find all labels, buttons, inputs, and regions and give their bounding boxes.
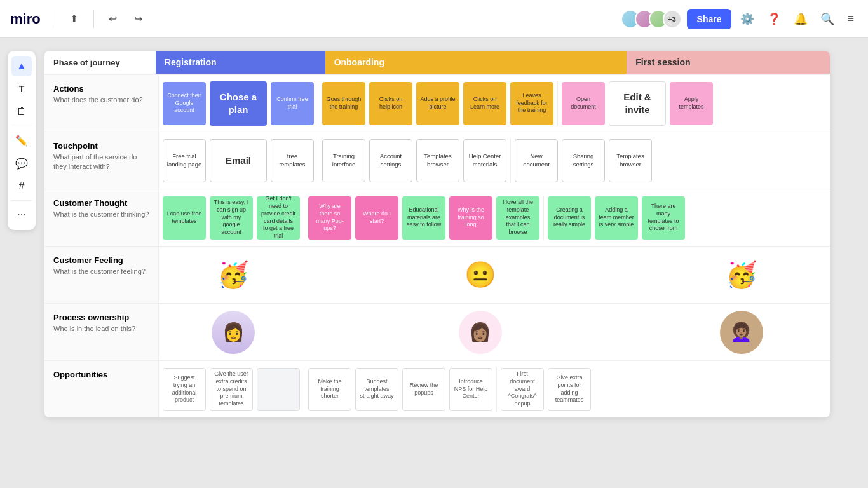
tp-sharing-settings[interactable]: Sharing settings [562, 139, 605, 182]
pen-tool[interactable]: ✏️ [11, 130, 32, 151]
customer-feeling-desc: What is the customer feeling? [53, 267, 149, 276]
undo-button[interactable]: ↩ [103, 9, 123, 29]
registration-phase-header: Registration [156, 51, 325, 74]
owner-fs-avatar: 👩🏽‍🦱 [720, 311, 763, 354]
action-clicks-learn[interactable]: Clicks on Learn more [463, 82, 506, 125]
actions-cells: Connect their Google account Chose a pla… [159, 75, 717, 132]
opp-nps-help[interactable]: Introduce NPS for Help Center [449, 368, 492, 411]
search-icon[interactable]: 🔍 [817, 8, 838, 30]
opportunities-row: Opportunities Suggest trying an addition… [44, 360, 830, 417]
tp-email[interactable]: Email [210, 139, 267, 182]
customer-thought-title: Customer Thought [53, 198, 149, 208]
action-clicks-help[interactable]: Clicks on help icon [369, 82, 412, 125]
process-ownership-title: Process ownership [53, 313, 149, 322]
thought-easy-signup[interactable]: This is easy, I can sign up with my goog… [210, 196, 253, 240]
opp-suggest-templates[interactable]: Suggest templates straight away [355, 368, 398, 411]
settings-icon[interactable]: ⚙️ [736, 8, 758, 30]
process-ownership-cells: 👩 👩🏽 👩🏽‍🦱 [159, 304, 830, 360]
action-connect-google[interactable]: Connect their Google account [163, 82, 206, 125]
comment-tool[interactable]: 💬 [11, 153, 32, 173]
tp-training-interface[interactable]: Training interface [322, 139, 365, 182]
action-edit-invite[interactable]: Edit & invite [609, 81, 666, 126]
tp-landing-page[interactable]: Free trial landing page [163, 139, 206, 182]
text-tool[interactable]: T [11, 79, 32, 99]
feeling-onb-section: 😐 [355, 254, 606, 297]
help-icon[interactable]: ❓ [763, 8, 785, 30]
thought-edu-materials[interactable]: Educational materials are easy to follow [402, 196, 445, 240]
feeling-reg-section: 🥳 [163, 254, 304, 297]
owner-reg-avatar: 👩 [212, 311, 255, 354]
actions-label: Actions What does the customer do? [44, 75, 159, 132]
touchpoint-row: Touchpoint What part of the service do t… [44, 132, 830, 189]
toolbar-right: +3 Share ⚙️ ❓ 🔔 🔍 ≡ [621, 8, 858, 30]
customer-thought-desc: What is the customer thinking? [53, 210, 149, 219]
redo-button[interactable]: ↪ [128, 9, 149, 29]
phase-divider-6 [543, 196, 544, 240]
thought-doc-simple[interactable]: Creating a document is really simple [548, 196, 591, 240]
touchpoint-label: Touchpoint What part of the service do t… [44, 132, 159, 189]
upload-button[interactable]: ⬆ [64, 9, 85, 29]
action-open-doc[interactable]: Open document [562, 82, 605, 125]
thought-popups[interactable]: Why are there so many Pop-ups? [308, 196, 351, 240]
touchpoint-desc: What part of the service do they interac… [53, 152, 149, 172]
process-ownership-row: Process ownership Who is in the lead on … [44, 303, 830, 360]
more-tools[interactable]: ··· [11, 205, 32, 225]
thought-love-templates[interactable]: I love all the template examples that I … [496, 196, 539, 240]
customer-feeling-label: Customer Feeling What is the customer fe… [44, 247, 159, 303]
opp-first-doc-award[interactable]: First document award ^Congrats^ popup [501, 368, 544, 411]
thought-no-cc[interactable]: Get I don't need to provide credit card … [257, 196, 300, 240]
actions-title: Actions [53, 84, 149, 93]
customer-thought-row: Customer Thought What is the customer th… [44, 189, 830, 246]
customer-feeling-title: Customer Feeling [53, 255, 149, 265]
first-session-phase-header: First session [627, 51, 830, 74]
customer-feeling-row: Customer Feeling What is the customer fe… [44, 246, 830, 303]
opp-extra-points[interactable]: Give extra points for adding teammates [548, 368, 591, 411]
thought-team-simple[interactable]: Adding a team member is very simple [595, 196, 638, 240]
ownership-fs-section: 👩🏽‍🦱 [657, 311, 826, 354]
ownership-reg-section: 👩 [163, 311, 304, 354]
notifications-icon[interactable]: 🔔 [790, 8, 811, 30]
action-goes-training[interactable]: Goes through the training [322, 82, 365, 125]
phase-divider-1 [318, 81, 318, 126]
action-leaves-feedback[interactable]: Leaves feedback for the training [510, 82, 553, 125]
thought-many-templates[interactable]: There are many templates to chose from [642, 196, 685, 240]
app-logo: miro [10, 11, 41, 27]
opportunities-label: Opportunities [44, 361, 159, 417]
opportunities-cells: Suggest trying an additional product Giv… [159, 361, 595, 417]
opp-additional-product[interactable]: Suggest trying an additional product [163, 368, 206, 411]
action-adds-profile[interactable]: Adds a profile picture [416, 82, 459, 125]
frame-tool[interactable]: # [11, 176, 32, 196]
tp-help-center[interactable]: Help Center materials [463, 139, 506, 182]
tp-templates-browser-2[interactable]: Templates browser [609, 139, 652, 182]
phase-divider-8 [496, 367, 497, 412]
onboarding-phase-header: Onboarding [325, 51, 627, 74]
customer-thought-label: Customer Thought What is the customer th… [44, 189, 159, 246]
share-button[interactable]: Share [687, 9, 732, 29]
tool-separator [11, 126, 32, 126]
opp-extra-credits[interactable]: Give the user extra credits to spend on … [210, 368, 253, 411]
tp-free-templates[interactable]: free templates [271, 139, 314, 182]
collaborator-avatars: +3 [621, 10, 682, 29]
action-confirm-trial[interactable]: Confirm free trial [271, 82, 314, 125]
thought-use-templates[interactable]: I can use free templates [163, 196, 206, 240]
touchpoint-cells: Free trial landing page Email free templ… [159, 132, 656, 189]
tp-templates-browser[interactable]: Templates browser [416, 139, 459, 182]
phase-divider-2 [557, 81, 558, 126]
phase-divider-4 [510, 139, 511, 183]
thought-training-long[interactable]: Why is the training so long [449, 196, 492, 240]
opportunities-title: Opportunities [53, 370, 149, 379]
tp-account-settings[interactable]: Account settings [369, 139, 412, 182]
tool-separator-2 [11, 200, 32, 201]
opp-training-shorter[interactable]: Make the training shorter [308, 368, 351, 411]
opp-review-popups[interactable]: Review the popups [402, 368, 445, 411]
action-apply-templates[interactable]: Apply templates [670, 82, 713, 125]
journey-map-table: Phase of journey Registration Onboarding… [44, 51, 830, 417]
note-tool[interactable]: 🗒 [11, 102, 32, 122]
select-tool[interactable]: ▲ [11, 56, 32, 76]
menu-icon[interactable]: ≡ [843, 8, 858, 29]
owner-onb-avatar: 👩🏽 [459, 311, 502, 354]
feeling-fs-section: 🥳 [657, 254, 826, 297]
action-chose-plan[interactable]: Chose a plan [210, 81, 267, 126]
tp-new-doc[interactable]: New document [515, 139, 558, 182]
thought-where-start[interactable]: Where do I start? [355, 196, 398, 240]
